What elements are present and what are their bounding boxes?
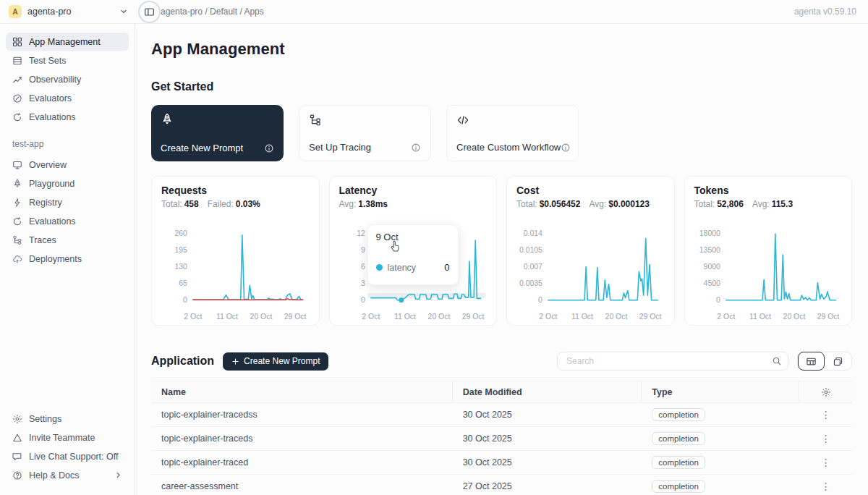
- requests-chart-card: Requests Total:458 Failed:0.03% 06513019…: [151, 176, 320, 326]
- svg-text:3: 3: [361, 279, 365, 287]
- search-input[interactable]: [565, 355, 772, 367]
- svg-text:29 Oct: 29 Oct: [817, 313, 839, 321]
- kebab-menu-icon[interactable]: ⋮: [817, 481, 835, 492]
- type-badge: completion: [652, 456, 705, 469]
- requests-chart[interactable]: 0651301952602 Oct11 Oct20 Oct29 Oct: [161, 213, 310, 322]
- chart-stats: Total:458 Failed:0.03%: [161, 199, 310, 209]
- sidebar-item-app-management[interactable]: App Management: [6, 33, 129, 51]
- sidebar-item-traces[interactable]: Traces: [6, 231, 129, 249]
- svg-text:4500: 4500: [703, 279, 720, 287]
- table-view-icon: [806, 356, 817, 367]
- rocket-icon: [12, 179, 22, 189]
- kebab-menu-icon[interactable]: ⋮: [817, 433, 835, 444]
- search-box: [557, 352, 788, 371]
- table-view-button[interactable]: [798, 352, 825, 371]
- create-new-prompt-button[interactable]: Create New Prompt: [223, 352, 328, 371]
- svg-text:195: 195: [174, 246, 187, 254]
- sidebar-item-label: App Management: [29, 37, 101, 47]
- svg-text:11 Oct: 11 Oct: [749, 313, 770, 321]
- svg-text:0: 0: [361, 296, 365, 304]
- table-row[interactable]: topic-explainer-tracedss 30 Oct 2025 com…: [151, 403, 852, 427]
- svg-text:13500: 13500: [699, 246, 720, 254]
- svg-text:20 Oct: 20 Oct: [783, 313, 805, 321]
- sidebar-item-overview[interactable]: Overview: [6, 156, 129, 174]
- sidebar-toggle-button[interactable]: [140, 2, 159, 22]
- set-up-tracing-card[interactable]: Set Up Tracing: [299, 105, 431, 161]
- kebab-menu-icon[interactable]: ⋮: [817, 409, 835, 420]
- info-icon[interactable]: [561, 143, 571, 153]
- svg-text:20 Oct: 20 Oct: [605, 313, 628, 321]
- sidebar-item-settings[interactable]: Settings: [6, 410, 129, 428]
- grid-icon: [12, 37, 22, 47]
- create-custom-workflow-card[interactable]: Create Custom Workflow: [446, 105, 579, 161]
- sidebar: App Management Test Sets Observability E…: [0, 24, 135, 495]
- svg-text:11 Oct: 11 Oct: [571, 313, 593, 321]
- app-name[interactable]: career-assessment: [151, 481, 453, 491]
- table-row[interactable]: career-assessment 27 Oct 2025 completion…: [151, 475, 852, 495]
- app-name[interactable]: topic-explainer-tracedss: [151, 410, 453, 420]
- table-row[interactable]: topic-explainer-traceds 30 Oct 2025 comp…: [151, 427, 852, 451]
- get-started-cards: Create New Prompt Set Up Tracing Create …: [151, 105, 852, 161]
- header-type[interactable]: Type: [642, 381, 799, 402]
- search-icon[interactable]: [772, 356, 782, 366]
- chart-stats: Total:52,806 Avg:115.3: [694, 199, 843, 209]
- bolt-icon: [12, 198, 22, 208]
- card-label: Create New Prompt: [161, 143, 243, 153]
- chat-bubble-icon: [12, 452, 22, 462]
- svg-text:2 Oct: 2 Oct: [717, 313, 735, 321]
- create-new-prompt-card[interactable]: Create New Prompt: [151, 105, 284, 161]
- sidebar-item-evaluations-project[interactable]: Evaluations: [6, 212, 129, 230]
- svg-text:29 Oct: 29 Oct: [284, 313, 307, 321]
- test-sets-icon: [12, 56, 22, 66]
- sidebar-item-observability[interactable]: Observability: [6, 70, 129, 88]
- sidebar-item-label: Deployments: [29, 254, 82, 264]
- chart-stats: Total:$0.056452 Avg:$0.000123: [516, 199, 665, 209]
- svg-text:0.0105: 0.0105: [519, 246, 542, 254]
- app-name[interactable]: topic-explainer-traced: [151, 457, 453, 468]
- kebab-menu-icon[interactable]: ⋮: [817, 457, 835, 468]
- chart-title: Requests: [161, 185, 310, 196]
- sidebar-item-registry[interactable]: Registry: [6, 193, 129, 211]
- sidebar-item-evaluators[interactable]: Evaluators: [6, 89, 129, 107]
- cloud-icon: [12, 254, 22, 264]
- tokens-chart[interactable]: 04500900013500180002 Oct11 Oct20 Oct29 O…: [694, 213, 843, 322]
- app-name[interactable]: topic-explainer-traceds: [151, 433, 453, 444]
- sidebar-item-test-sets[interactable]: Test Sets: [6, 51, 129, 69]
- sidebar-item-live-chat-support[interactable]: Live Chat Support: Off: [6, 447, 129, 465]
- sidebar-item-invite-teammate[interactable]: Invite Teammate: [6, 428, 129, 447]
- view-toggle: [797, 352, 852, 371]
- workspace-switcher[interactable]: A agenta-pro: [0, 5, 135, 18]
- svg-text:20 Oct: 20 Oct: [427, 313, 450, 321]
- sidebar-item-playground[interactable]: Playground: [6, 174, 129, 192]
- svg-text:130: 130: [174, 263, 187, 271]
- sidebar-item-deployments[interactable]: Deployments: [6, 250, 129, 268]
- chevron-down-icon: [119, 7, 128, 16]
- svg-text:0.0035: 0.0035: [519, 279, 542, 287]
- sidebar-item-label: Settings: [29, 414, 61, 424]
- code-icon: [456, 114, 569, 127]
- plus-icon: [231, 358, 239, 365]
- svg-text:29 Oct: 29 Oct: [639, 313, 662, 321]
- line-chart-icon: [12, 75, 22, 85]
- svg-text:9000: 9000: [703, 263, 720, 271]
- app-version: agenta v0.59.10: [794, 7, 868, 17]
- sidebar-item-help-docs[interactable]: Help & Docs: [6, 466, 129, 484]
- cost-chart[interactable]: 00.00350.0070.01050.0142 Oct11 Oct20 Oct…: [516, 213, 665, 322]
- breadcrumb[interactable]: agenta-pro / Default / Apps: [161, 7, 264, 17]
- sidebar-item-label: Evaluators: [29, 93, 72, 103]
- rocket-icon: [161, 113, 274, 126]
- info-icon[interactable]: [264, 143, 274, 153]
- get-started-heading: Get Started: [151, 80, 852, 93]
- table-row[interactable]: topic-explainer-traced 30 Oct 2025 compl…: [151, 451, 852, 475]
- table-settings-gear-icon[interactable]: [821, 387, 831, 397]
- info-icon[interactable]: [411, 143, 421, 153]
- header-name[interactable]: Name: [151, 381, 453, 402]
- header-date-modified[interactable]: Date Modified: [453, 381, 642, 402]
- top-bar: A agenta-pro agenta-pro / Default / Apps…: [0, 0, 868, 24]
- sidebar-item-evaluations[interactable]: Evaluations: [6, 108, 129, 126]
- metrics-row: Requests Total:458 Failed:0.03% 06513019…: [151, 176, 852, 326]
- sidebar-item-label: Live Chat Support: Off: [29, 452, 118, 462]
- card-view-button[interactable]: [825, 352, 851, 371]
- type-badge: completion: [652, 480, 705, 493]
- chevron-right-icon: [114, 471, 122, 479]
